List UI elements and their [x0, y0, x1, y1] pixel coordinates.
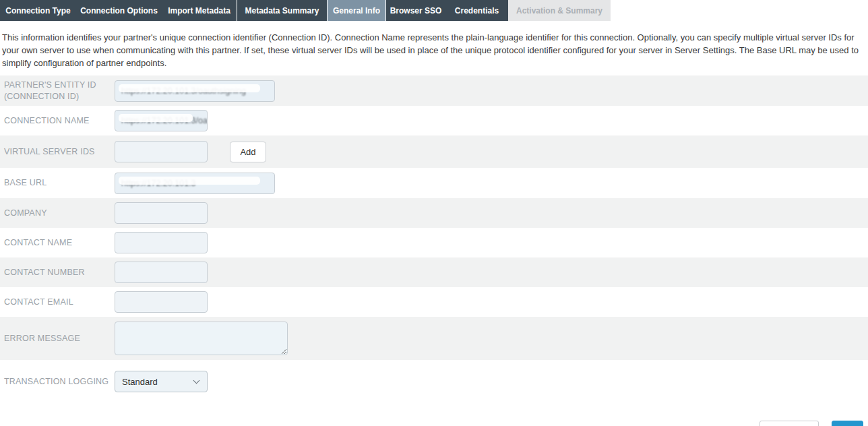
- tab-connection-options[interactable]: Connection Options: [76, 0, 162, 21]
- wizard-tabbar: Connection Type Connection Options Impor…: [0, 0, 868, 21]
- field-label-transaction-logging: TRANSACTION LOGGING: [0, 376, 115, 388]
- form-row-base-url: BASE URL https://172.20.101.3: [0, 168, 868, 198]
- field-label-connection-name: CONNECTION NAME: [0, 115, 115, 127]
- tab-import-metadata[interactable]: Import Metadata: [162, 0, 237, 21]
- page-description: This information identifies your partner…: [0, 31, 865, 69]
- field-label-base-url: BASE URL: [0, 177, 115, 189]
- form-row-virtual-server-ids: VIRTUAL SERVER IDS Add: [0, 135, 868, 168]
- add-virtual-server-id-button[interactable]: Add: [230, 142, 266, 162]
- chevron-down-icon: [193, 377, 200, 384]
- form-row-contact-name: CONTACT NAME: [0, 228, 868, 257]
- previous-button[interactable]: Previous: [760, 421, 819, 426]
- field-label-contact-number: CONTACT NUMBER: [0, 267, 115, 278]
- field-label-contact-email: CONTACT EMAIL: [0, 297, 115, 308]
- redaction-overlay: [119, 177, 260, 185]
- field-label-virtual-server-ids: VIRTUAL SERVER IDS: [0, 146, 115, 158]
- wizard-footer: Cancel Previous Next: [0, 421, 868, 426]
- field-label-company: COMPANY: [0, 208, 115, 219]
- redaction-overlay: [119, 114, 193, 122]
- form-row-connection-name: CONNECTION NAME https://172.20.101.3/oau…: [0, 106, 868, 135]
- error-message-textarea[interactable]: [115, 322, 288, 355]
- field-label-contact-name: CONTACT NAME: [0, 237, 115, 249]
- tab-credentials[interactable]: Credentials: [445, 0, 508, 21]
- form-row-partners-entity-id: PARTNER'S ENTITY ID (CONNECTION ID) http…: [0, 75, 868, 106]
- transaction-logging-selected-value: Standard: [122, 377, 158, 387]
- company-input[interactable]: [115, 202, 208, 224]
- tabbar-spacer: [611, 0, 868, 21]
- transaction-logging-select[interactable]: Standard: [115, 371, 208, 392]
- base-url-input[interactable]: https://172.20.101.3: [115, 173, 275, 194]
- contact-email-input[interactable]: [115, 291, 208, 313]
- form-row-company: COMPANY: [0, 198, 868, 228]
- tab-browser-sso[interactable]: Browser SSO: [386, 0, 445, 21]
- form-row-contact-number: CONTACT NUMBER: [0, 257, 868, 287]
- general-info-form: PARTNER'S ENTITY ID (CONNECTION ID) http…: [0, 75, 868, 403]
- connection-name-input[interactable]: https://172.20.101.3/oaut: [115, 110, 208, 131]
- tab-activation-summary: Activation & Summary: [508, 0, 611, 21]
- tab-general-info[interactable]: General Info: [327, 0, 386, 21]
- form-row-error-message: ERROR MESSAGE: [0, 317, 868, 360]
- tab-metadata-summary[interactable]: Metadata Summary: [237, 0, 327, 21]
- form-row-contact-email: CONTACT EMAIL: [0, 287, 868, 317]
- field-label-error-message: ERROR MESSAGE: [0, 333, 115, 344]
- tab-connection-type[interactable]: Connection Type: [0, 0, 76, 21]
- partners-entity-id-input[interactable]: https://172.20.101.3/oauthsigning: [115, 80, 275, 102]
- form-row-transaction-logging: TRANSACTION LOGGING Standard: [0, 360, 868, 403]
- contact-number-input[interactable]: [115, 262, 208, 283]
- virtual-server-ids-input[interactable]: [115, 141, 208, 162]
- general-info-page: Connection Type Connection Options Impor…: [0, 0, 868, 426]
- next-button[interactable]: Next: [832, 421, 863, 426]
- field-label-partners-entity-id: PARTNER'S ENTITY ID (CONNECTION ID): [0, 80, 115, 102]
- redaction-overlay: [119, 84, 260, 92]
- contact-name-input[interactable]: [115, 232, 208, 253]
